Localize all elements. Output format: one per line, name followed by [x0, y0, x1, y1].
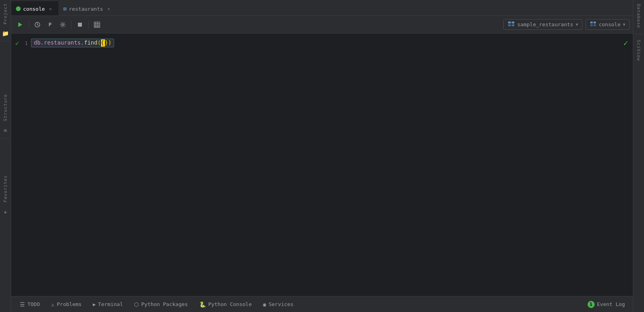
- svg-rect-13: [512, 24, 514, 26]
- services-label: Services: [269, 301, 294, 307]
- profile-icon: P: [48, 21, 52, 27]
- console-selector-label: console: [599, 21, 621, 27]
- code-line-1[interactable]: db.restaurants.find({}): [31, 38, 633, 48]
- python-packages-icon: ⬡: [134, 301, 139, 308]
- event-log-badge-icon: 1: [588, 301, 595, 308]
- svg-rect-15: [594, 21, 596, 23]
- db-selector-chevron: ▼: [576, 22, 578, 27]
- cursor-icon: {: [101, 39, 105, 47]
- todo-label: TODO: [27, 301, 40, 307]
- python-packages-label: Python Packages: [141, 301, 188, 307]
- todo-icon: ☰: [20, 301, 25, 308]
- tab-restaurants[interactable]: ⊞ restaurants ✕: [58, 1, 117, 16]
- console-selector-icon: [590, 21, 596, 28]
- run-button[interactable]: [14, 19, 26, 31]
- table-view-button[interactable]: [91, 19, 103, 31]
- svg-rect-3: [78, 23, 82, 27]
- settings-button[interactable]: [57, 19, 69, 31]
- tab-console-close[interactable]: ✕: [47, 6, 54, 12]
- syn-close-paren: ): [108, 39, 111, 46]
- db-selector[interactable]: sample_restaurants ▼: [503, 19, 582, 30]
- sidebar-divider-2: [1, 138, 10, 138]
- python-console-label: Python Console: [208, 301, 252, 307]
- python-console-icon: 🐍: [199, 301, 206, 308]
- svg-rect-12: [508, 24, 511, 26]
- editor-right-check-icon: ✓: [623, 38, 628, 48]
- bottom-tab-problems[interactable]: ⚠ Problems: [45, 296, 87, 312]
- svg-rect-16: [590, 24, 593, 26]
- line-1-check-icon: ✓: [15, 39, 19, 47]
- db-selector-icon: [508, 21, 515, 28]
- right-sidebar-divider: [634, 34, 643, 34]
- left-sidebar: Project 📁 Structure ⊞ Favorites ★: [0, 0, 11, 312]
- code-content: db.restaurants.find({}): [31, 39, 114, 47]
- event-log-label: Event Log: [597, 301, 625, 307]
- bottom-tab-services[interactable]: ◉ Services: [257, 296, 299, 312]
- bottom-tab-todo[interactable]: ☰ TODO: [14, 296, 45, 312]
- svg-marker-0: [18, 22, 22, 27]
- toolbar-sep-2: [71, 20, 72, 29]
- svg-rect-11: [512, 21, 514, 23]
- syn-method: find: [84, 39, 97, 46]
- problems-label: Problems: [57, 301, 82, 307]
- svg-rect-17: [594, 24, 596, 26]
- bottom-bar: ☰ TODO ⚠ Problems ▶ Terminal ⬡ Python Pa…: [11, 296, 633, 312]
- sidebar-project-label[interactable]: Project: [3, 0, 8, 27]
- history-button[interactable]: [31, 19, 43, 31]
- sidebar-star-icon[interactable]: ★: [1, 207, 10, 216]
- console-selector[interactable]: console ▼: [586, 19, 630, 30]
- console-dot-icon: [16, 6, 21, 11]
- line-gutter: ✓ 1: [11, 33, 31, 312]
- syn-db: db: [34, 39, 41, 46]
- right-sidebar: Database SciView: [633, 0, 644, 312]
- syn-open-paren: (: [97, 39, 101, 46]
- problems-icon: ⚠: [51, 301, 54, 308]
- main-area: console ✕ ⊞ restaurants ✕ P: [11, 0, 633, 312]
- services-icon: ◉: [263, 301, 266, 308]
- stop-button[interactable]: [74, 19, 86, 31]
- tab-console[interactable]: console ✕: [11, 1, 58, 16]
- terminal-icon: ▶: [93, 302, 95, 307]
- toolbar-sep-1: [29, 20, 29, 29]
- bottom-right: 1 Event Log: [583, 301, 630, 308]
- line-1-gutter: ✓ 1: [15, 38, 28, 48]
- line-1-number: 1: [21, 40, 28, 46]
- svg-rect-10: [508, 21, 511, 23]
- sidebar-structure-label[interactable]: Structure: [3, 91, 8, 125]
- sidebar-favorites-label[interactable]: Favorites: [3, 172, 8, 206]
- svg-rect-14: [590, 21, 593, 23]
- sciview-label[interactable]: SciView: [636, 36, 641, 65]
- toolbar-right: sample_restaurants ▼ console ▼: [503, 19, 630, 30]
- event-log-button[interactable]: 1 Event Log: [583, 301, 630, 308]
- tab-console-label: console: [23, 6, 45, 12]
- sidebar-folder-icon[interactable]: 📁: [1, 29, 10, 38]
- bottom-tab-python-console[interactable]: 🐍 Python Console: [194, 296, 258, 312]
- bottom-tab-python-packages[interactable]: ⬡ Python Packages: [128, 296, 193, 312]
- table-icon: ⊞: [63, 6, 66, 12]
- sidebar-grid-icon[interactable]: ⊞: [1, 126, 10, 135]
- editor-area[interactable]: ✓ 1 db.restaurants.find({}) ✓: [11, 33, 633, 312]
- toolbar: P: [11, 16, 633, 33]
- terminal-label: Terminal: [98, 301, 123, 307]
- tab-restaurants-close[interactable]: ✕: [105, 6, 112, 12]
- sidebar-divider-1: [1, 41, 10, 41]
- syn-close-brace: }: [105, 39, 108, 46]
- toolbar-sep-3: [88, 20, 89, 29]
- db-selector-label: sample_restaurants: [517, 21, 573, 27]
- database-label[interactable]: Database: [636, 0, 641, 32]
- tab-restaurants-label: restaurants: [69, 6, 103, 12]
- svg-point-2: [62, 23, 64, 25]
- console-selector-chevron: ▼: [623, 22, 625, 27]
- code-editor[interactable]: db.restaurants.find({}): [31, 33, 633, 312]
- syn-collection: restaurants: [44, 39, 81, 46]
- profile-button[interactable]: P: [44, 19, 56, 31]
- tab-bar: console ✕ ⊞ restaurants ✕: [11, 0, 633, 16]
- bottom-tab-terminal[interactable]: ▶ Terminal: [87, 296, 128, 312]
